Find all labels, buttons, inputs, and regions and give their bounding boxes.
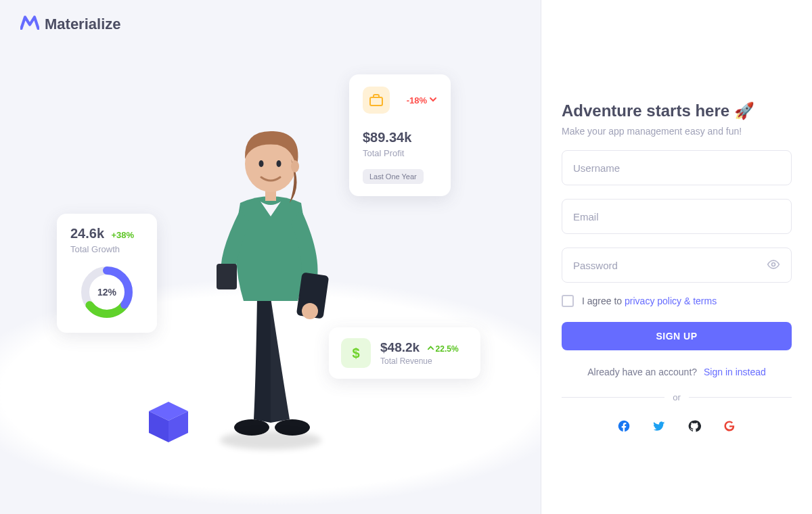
have-account-row: Already have an account? Sign in instead [562, 367, 792, 377]
agree-row: I agree to privacy policy & terms [562, 295, 792, 307]
page-title: Adventure starts here 🚀 [562, 101, 792, 120]
password-placeholder: Password [573, 260, 618, 271]
svg-point-7 [259, 160, 264, 167]
growth-donut: 12% [78, 264, 135, 321]
profit-value: $89.34k [363, 130, 437, 145]
growth-label: Total Growth [70, 244, 143, 254]
revenue-value: $48.2k [380, 340, 420, 354]
chevron-down-icon [429, 95, 437, 106]
brand-logo-icon [20, 15, 39, 34]
signin-link[interactable]: Sign in instead [704, 367, 766, 377]
twitter-icon[interactable] [652, 419, 667, 434]
svg-point-8 [277, 160, 281, 167]
page-subtitle: Make your app management easy and fun! [562, 126, 792, 137]
revenue-label: Total Revenue [380, 356, 459, 366]
eye-icon[interactable] [767, 258, 780, 273]
profit-label: Total Profit [363, 148, 437, 158]
terms-link[interactable]: privacy policy & terms [625, 296, 717, 306]
chevron-up-icon [427, 344, 434, 354]
svg-rect-10 [370, 97, 382, 106]
social-login-row [562, 419, 792, 434]
facebook-icon[interactable] [616, 419, 631, 434]
profit-period-pill: Last One Year [363, 169, 424, 184]
illustration-pane: Materialize [0, 0, 541, 514]
github-icon[interactable] [687, 419, 702, 434]
growth-ring-center: 12% [78, 264, 135, 321]
agree-text: I agree to privacy policy & terms [582, 296, 717, 306]
brand-name: Materialize [45, 16, 121, 33]
username-placeholder: Username [573, 162, 620, 174]
briefcase-icon [363, 87, 390, 114]
profit-card: -18% $89.34k Total Profit Last One Year [349, 74, 451, 196]
svg-point-9 [291, 160, 299, 172]
password-field[interactable]: Password [562, 248, 792, 283]
divider-or: or [562, 392, 792, 402]
decorative-cube [145, 399, 192, 446]
revenue-card: $ $48.2k 22.5% Total Revenue [329, 327, 480, 379]
username-field[interactable]: Username [562, 150, 792, 185]
brand: Materialize [20, 15, 121, 34]
email-placeholder: Email [573, 211, 599, 223]
growth-card: 24.6k +38% Total Growth 12% [57, 214, 157, 333]
growth-change: +38% [112, 230, 135, 240]
svg-point-4 [302, 303, 318, 319]
dollar-icon: $ [341, 338, 371, 368]
signup-button[interactable]: SIGN UP [562, 322, 792, 350]
agree-checkbox[interactable] [562, 295, 574, 307]
character-illustration [203, 122, 338, 446]
svg-point-14 [772, 262, 775, 266]
google-icon[interactable] [722, 419, 737, 434]
growth-value: 24.6k [70, 226, 104, 241]
svg-rect-2 [217, 264, 237, 289]
profit-change: -18% [407, 95, 437, 106]
email-field[interactable]: Email [562, 199, 792, 234]
auth-form-pane: Adventure starts here 🚀 Make your app ma… [541, 0, 812, 514]
revenue-change: 22.5% [427, 344, 459, 354]
